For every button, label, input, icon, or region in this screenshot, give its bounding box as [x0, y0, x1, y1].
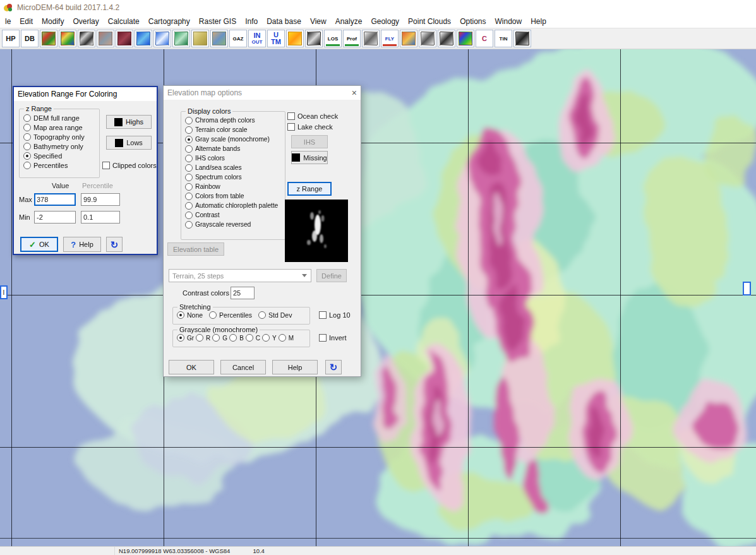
map-layers-icon[interactable]	[40, 30, 57, 47]
radio-contrast[interactable]: Contrast	[185, 210, 282, 220]
menu-item-window[interactable]: Window	[490, 16, 526, 27]
radio-rainbow[interactable]: Rainbow	[185, 182, 282, 191]
ok-button[interactable]: ✓ OK	[20, 237, 58, 252]
blue-globe-icon[interactable]	[135, 30, 152, 47]
lows-button[interactable]: Lows	[106, 136, 152, 150]
radio-map-area-range[interactable]: Map area range	[23, 122, 97, 132]
radio-alternate-bands[interactable]: Alternate bands	[185, 144, 282, 153]
radio-gray-scale-monochrome[interactable]: Gray scale (monochrome)	[185, 134, 282, 144]
contour-map-icon[interactable]	[191, 30, 209, 47]
menu-item-data-base[interactable]: Data base	[262, 16, 306, 27]
radio-dem-full-range[interactable]: DEM full range	[23, 113, 97, 122]
redraw-button[interactable]: ↻	[106, 237, 123, 252]
radio-c[interactable]: C	[246, 333, 260, 343]
help-button[interactable]: ? Help	[63, 237, 101, 252]
radio-percentiles[interactable]: Percentiles	[23, 160, 97, 170]
menu-item-help[interactable]: Help	[526, 16, 551, 27]
min-value-input[interactable]	[34, 211, 76, 224]
menu-item-point-clouds[interactable]: Point Clouds	[404, 16, 455, 27]
menu-item-analyze[interactable]: Analyze	[331, 16, 367, 27]
close-icon[interactable]: ×	[343, 88, 357, 98]
radio-terrain-color-scale[interactable]: Terrain color scale	[185, 125, 282, 134]
radio-g[interactable]: G	[212, 333, 227, 343]
redraw-button-options[interactable]: ↻	[325, 360, 342, 374]
radio-none[interactable]: None	[177, 311, 203, 320]
clipped-colors-checkbox[interactable]: Clipped colors	[102, 162, 157, 169]
invert-checkbox[interactable]: Invert	[319, 334, 347, 342]
max-percentile-input[interactable]	[81, 193, 120, 206]
help-button-options[interactable]: Help	[272, 360, 318, 374]
palette-dropdown[interactable]: Terrain, 25 steps	[169, 269, 311, 282]
radio-automatic-chloropleth-palette[interactable]: Automatic chloropleth palette	[185, 201, 282, 210]
radio-ihs-colors[interactable]: IHS colors	[185, 153, 282, 163]
contrast-colors-input[interactable]	[231, 287, 255, 299]
world-relief-icon[interactable]	[210, 30, 228, 47]
radio-specified[interactable]: Specified	[23, 151, 97, 160]
menu-item-le[interactable]: le	[1, 16, 15, 27]
radio-grayscale-reversed[interactable]: Grayscale reversed	[185, 220, 282, 229]
rainbow-palette-icon[interactable]	[59, 30, 76, 47]
z-range-button[interactable]: z Range	[287, 182, 332, 196]
radio-land-sea-scales[interactable]: Land/sea scales	[185, 163, 282, 172]
menu-item-info[interactable]: Info	[241, 16, 262, 27]
max-value-input[interactable]	[34, 193, 76, 206]
define-button[interactable]: Define	[316, 269, 347, 282]
menu-item-options[interactable]: Options	[455, 16, 490, 27]
radio-chroma-depth-colors[interactable]: Chroma depth colors	[185, 116, 282, 125]
radio-percentiles[interactable]: Percentiles	[209, 311, 252, 320]
window-titlebar[interactable]: MicroDEM-64 build 2017.1.4.2	[0, 0, 756, 15]
tool-los[interactable]: LOS	[324, 30, 342, 47]
perspective-view-icon[interactable]	[400, 30, 417, 47]
ocean-check-checkbox[interactable]: Ocean check	[287, 112, 338, 120]
ok-button-options[interactable]: OK	[169, 360, 214, 374]
menu-item-overlay[interactable]: Overlay	[68, 16, 103, 27]
menu-item-edit[interactable]: Edit	[15, 16, 37, 27]
radio-topography-only[interactable]: Topography only	[23, 132, 97, 141]
ihs-button[interactable]: IHS	[291, 135, 328, 148]
min-percentile-input[interactable]	[81, 211, 120, 224]
tool-prof[interactable]: Prof	[343, 30, 361, 47]
radio-bathymetry-only[interactable]: Bathymetry only	[23, 141, 97, 151]
missing-button[interactable]: Missing	[291, 151, 328, 164]
menu-item-view[interactable]: View	[306, 16, 331, 27]
tool-in-out[interactable]: INOUT	[248, 30, 266, 47]
elevation-table-button[interactable]: Elevation table	[167, 242, 224, 256]
tool-fly[interactable]: FLY	[381, 30, 399, 47]
cancel-button[interactable]: Cancel	[220, 360, 266, 374]
tool-db[interactable]: DB	[21, 30, 39, 47]
radio-b[interactable]: B	[229, 333, 244, 343]
shaded-relief-icon[interactable]	[116, 30, 133, 47]
radio-spectrum-colors[interactable]: Spectrum colors	[185, 172, 282, 182]
elevation-map-options-titlebar[interactable]: Elevation map options ×	[164, 86, 361, 100]
radio-y[interactable]: Y	[262, 333, 277, 343]
tool-hp[interactable]: HP	[2, 30, 20, 47]
radio-r[interactable]: R	[196, 333, 210, 343]
triangle-mesh-icon[interactable]	[438, 30, 455, 47]
wire-globe-icon[interactable]	[419, 30, 436, 47]
menu-item-raster-gis[interactable]: Raster GIS	[195, 16, 241, 27]
log10-checkbox[interactable]: Log 10	[319, 311, 351, 319]
lake-check-checkbox[interactable]: Lake check	[287, 123, 333, 131]
radio-m[interactable]: M	[279, 333, 294, 343]
highs-button[interactable]: Highs	[106, 115, 152, 129]
tool-utm[interactable]: UTM	[267, 30, 285, 47]
satellite-image-icon[interactable]	[97, 30, 114, 47]
bw-noise-icon[interactable]	[78, 30, 95, 47]
sun-icon[interactable]	[286, 30, 304, 47]
globe-grid-icon[interactable]	[153, 30, 171, 47]
menu-item-calculate[interactable]: Calculate	[104, 16, 144, 27]
profile-sketch-icon[interactable]	[362, 30, 380, 47]
elevation-range-dialog-titlebar[interactable]: Elevation Range For Coloring	[14, 87, 157, 101]
tool-c[interactable]: C	[476, 30, 493, 47]
tool-tin[interactable]: TIN	[495, 30, 512, 47]
block-diagram-icon[interactable]	[172, 30, 190, 47]
half-globe-icon[interactable]	[305, 30, 323, 47]
survey-instrument-icon[interactable]	[513, 30, 531, 47]
radio-colors-from-table[interactable]: Colors from table	[185, 191, 282, 201]
menu-item-cartography[interactable]: Cartography	[144, 16, 195, 27]
menu-item-geology[interactable]: Geology	[366, 16, 404, 27]
color-pixel-grid-icon[interactable]	[457, 30, 474, 47]
menu-item-modify[interactable]: Modify	[37, 16, 68, 27]
radio-gr[interactable]: Gr	[177, 333, 194, 343]
tool-gaz[interactable]: GAZ	[229, 30, 247, 47]
